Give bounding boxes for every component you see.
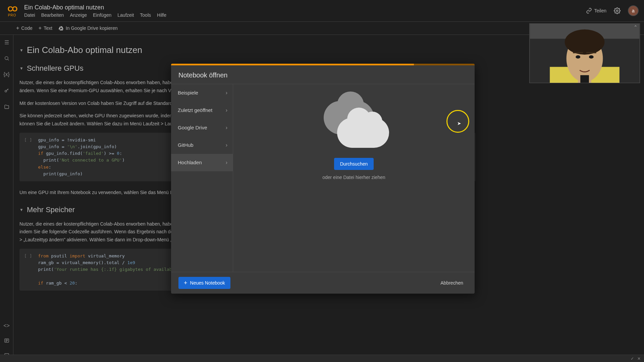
svg-point-0 (616, 10, 618, 12)
status-close-icon[interactable]: ✕ (637, 356, 641, 361)
tab-label: Zuletzt geöffnet (178, 107, 212, 114)
avatar[interactable]: a (628, 5, 639, 16)
menu-help[interactable]: Hilfe (157, 12, 166, 18)
tab-label: GitHub (178, 142, 194, 148)
settings-button[interactable] (612, 6, 622, 15)
logo-glyph-icon: CO (8, 5, 17, 13)
collapse-icon[interactable]: ▼ (19, 48, 23, 53)
header-main: Ein Colab-Abo optimal nutzen Datei Bearb… (24, 4, 586, 18)
chevron-right-icon: › (226, 89, 227, 96)
webcam-overlay: ⌃ (529, 23, 640, 83)
chevron-right-icon: › (226, 142, 227, 148)
menu-runtime[interactable]: Laufzeit (117, 12, 134, 18)
open-notebook-dialog: Notebook öffnen Beispiele › Zuletzt geöf… (171, 64, 475, 294)
collapse-webcam-button[interactable]: ⌃ (634, 24, 638, 30)
drive-icon (58, 25, 64, 31)
svg-rect-15 (580, 75, 589, 83)
webcam-feed-icon (530, 24, 640, 83)
chevron-right-icon: › (226, 124, 227, 131)
tab-github[interactable]: GitHub › (171, 136, 233, 154)
braces-icon: {x} (3, 71, 10, 77)
tab-label: Google Drive (178, 125, 207, 131)
colab-logo[interactable]: CO PRO (5, 4, 19, 17)
new-notebook-button[interactable]: + Neues Notebook (178, 277, 230, 289)
secrets-button[interactable] (3, 86, 11, 95)
collapse-icon[interactable]: ▼ (19, 207, 23, 212)
menu-view[interactable]: Anzeige (70, 12, 87, 18)
app-header: CO PRO Ein Colab-Abo optimal nutzen Date… (0, 0, 644, 21)
doc-title[interactable]: Ein Colab-Abo optimal nutzen (24, 4, 586, 11)
toc-button[interactable]: ☰ (3, 38, 11, 46)
avatar-initial: a (632, 8, 635, 13)
search-icon (4, 56, 9, 61)
tab-upload[interactable]: Hochladen › (171, 154, 233, 171)
tab-examples[interactable]: Beispiele › (171, 84, 233, 102)
list-icon: ☰ (4, 39, 9, 46)
plus-icon: + (184, 280, 187, 286)
tab-label: Beispiele (178, 90, 198, 96)
svg-point-11 (589, 55, 594, 59)
files-button[interactable] (3, 103, 11, 111)
code-content[interactable]: gpu_info = !nvidia-smi gpu_info = '\n'.j… (38, 137, 124, 177)
code-icon: <> (3, 323, 10, 329)
cloud-upload-icon (320, 101, 387, 151)
logo-pro-badge: PRO (8, 13, 16, 17)
page-title: Ein Colab-Abo optimal nutzen (27, 45, 142, 55)
header-right: Teilen a (586, 5, 639, 16)
key-icon (4, 88, 9, 93)
plus-icon: + (16, 25, 19, 31)
search-button[interactable] (3, 54, 11, 62)
upload-dropzone[interactable]: Durchsuchen oder eine Datei hierher zieh… (233, 84, 475, 272)
tab-label: Hochladen (178, 160, 202, 166)
menu-file[interactable]: Datei (24, 12, 35, 18)
new-notebook-label: Neues Notebook (190, 280, 225, 286)
folder-icon (4, 104, 9, 109)
menu-edit[interactable]: Bearbeiten (41, 12, 64, 18)
add-text-label: Text (44, 25, 52, 31)
drag-hint-text: oder eine Datei hierher ziehen (322, 175, 385, 180)
svg-point-10 (576, 55, 580, 59)
cell-exec-indicator[interactable]: [ ] (24, 253, 32, 287)
add-text-button[interactable]: + Text (39, 25, 52, 31)
svg-point-9 (565, 29, 605, 55)
status-bar: ✓ ✕ (0, 355, 644, 362)
svg-point-2 (5, 90, 6, 92)
terminal-icon (4, 338, 9, 343)
section-memory-title: Mehr Speicher (27, 205, 75, 214)
menubar: Datei Bearbeiten Anzeige Einfügen Laufze… (24, 12, 586, 18)
menu-insert[interactable]: Einfügen (93, 12, 111, 18)
collapse-icon[interactable]: ▼ (19, 66, 23, 71)
variables-button[interactable]: {x} (3, 70, 11, 78)
share-label: Teilen (594, 8, 606, 13)
section-gpu-title: Schnellere GPUs (27, 64, 84, 73)
svg-point-1 (5, 57, 8, 60)
svg-rect-12 (573, 52, 583, 53)
share-button[interactable]: Teilen (586, 8, 606, 14)
cell-exec-indicator[interactable]: [ ] (24, 137, 32, 177)
command-palette-button[interactable] (3, 337, 11, 345)
left-sidebar: ☰ {x} <> (0, 35, 13, 362)
browse-button[interactable]: Durchsuchen (334, 158, 374, 170)
status-check-icon: ✓ (631, 356, 634, 361)
link-icon (586, 8, 592, 14)
plus-icon: + (39, 25, 42, 31)
dialog-title: Notebook öffnen (171, 65, 475, 84)
copy-to-drive-button[interactable]: In Google Drive kopieren (58, 25, 118, 31)
gear-icon (614, 7, 621, 14)
add-code-button[interactable]: + Code (16, 25, 33, 31)
tab-google-drive[interactable]: Google Drive › (171, 119, 233, 136)
cancel-button[interactable]: Abbrechen (436, 278, 467, 288)
svg-rect-13 (586, 52, 596, 53)
dialog-footer: + Neues Notebook Abbrechen (171, 272, 475, 294)
menu-tools[interactable]: Tools (140, 12, 151, 18)
code-snippets-button[interactable]: <> (3, 322, 11, 330)
add-code-label: Code (21, 25, 32, 31)
copy-to-drive-label: In Google Drive kopieren (66, 25, 118, 31)
chevron-right-icon: › (226, 159, 227, 166)
tab-recent[interactable]: Zuletzt geöffnet › (171, 102, 233, 119)
dialog-sidebar: Beispiele › Zuletzt geöffnet › Google Dr… (171, 84, 233, 272)
chevron-right-icon: › (226, 107, 227, 114)
